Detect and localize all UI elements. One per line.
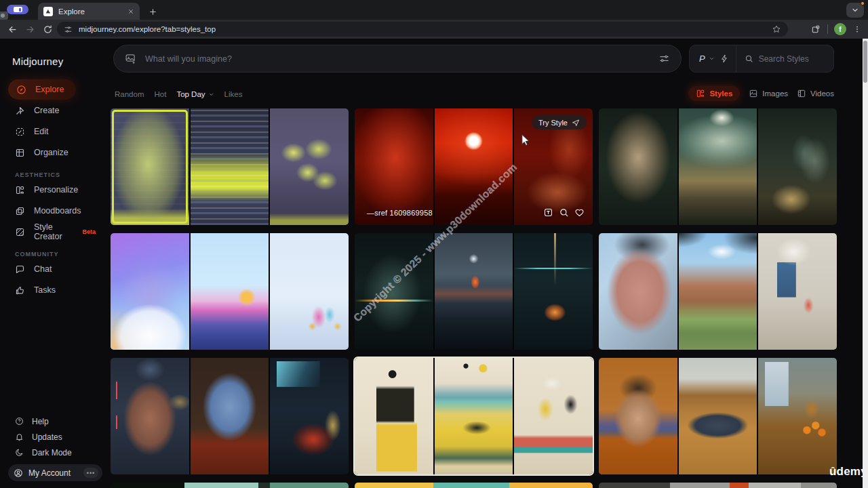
tab-strip: Explore [0,0,868,20]
style-image[interactable] [514,358,593,474]
style-image[interactable] [270,108,349,225]
style-image[interactable] [599,358,677,474]
style-image[interactable] [111,233,189,350]
sidebar-item-label: Tasks [34,285,56,295]
sidebar-item-updates[interactable]: Updates [8,429,102,445]
sort-likes[interactable]: Likes [224,90,243,98]
prompt-input[interactable]: What will you imagine? [113,45,682,73]
style-image[interactable] [355,358,433,474]
chat-bubble-icon [15,264,25,274]
style-image[interactable] [435,358,513,474]
style-tile-comic-book[interactable] [599,233,837,350]
style-image[interactable] [679,108,757,225]
browser-tab[interactable]: Explore [38,3,140,20]
sidebar-item-personalize[interactable]: Personalize [8,180,102,200]
zoom-style-icon[interactable] [559,207,569,218]
style-image[interactable] [191,358,269,474]
footer-item-label: Updates [32,432,62,442]
heart-icon [574,207,585,218]
view-styles[interactable]: Styles [688,86,740,101]
style-tile-partial[interactable] [599,483,837,488]
style-tile-red-monochrome[interactable]: Try Style—sref 1609869958 [355,108,593,225]
style-image[interactable] [355,108,433,225]
personalize-icon [15,185,25,195]
account-menu-icon[interactable]: ••• [83,468,98,478]
style-image[interactable] [679,358,757,474]
style-image[interactable] [758,358,837,474]
sidebar-item-moodboards[interactable]: Moodboards [8,201,102,221]
new-tab-button[interactable] [145,4,160,19]
style-image[interactable] [270,358,349,474]
browser-workspace-chip[interactable] [7,5,28,14]
style-image[interactable] [191,108,269,225]
url-bar[interactable]: midjourney.com/explore?tab=styles_top [57,22,788,37]
sidebar-item-organize[interactable]: Organize [8,142,102,163]
reload-icon[interactable] [39,21,56,37]
forward-icon[interactable] [22,21,38,37]
style-image[interactable] [111,358,189,474]
back-icon[interactable] [4,21,20,37]
style-image[interactable] [355,233,433,350]
style-image[interactable] [111,108,189,225]
use-style-icon[interactable] [543,207,553,218]
style-tile-flat-collage[interactable] [355,358,593,474]
footer-item-label: Dark Mode [32,448,72,458]
view-images[interactable]: Images [749,89,788,98]
styles-grid: Try Style—sref 1609869958 [111,108,837,488]
prompt-settings-icon[interactable] [658,53,670,64]
personalization-toggle[interactable]: P [690,54,736,64]
sort-hot[interactable]: Hot [154,90,166,98]
sidebar-item-chat[interactable]: Chat [8,259,102,279]
site-settings-icon[interactable] [64,25,73,34]
style-tile-partial[interactable] [355,483,593,488]
style-tile-glitch-art[interactable] [111,108,349,225]
style-image[interactable] [679,233,757,350]
style-image[interactable] [435,233,513,350]
extensions-icon[interactable] [808,22,823,36]
style-tile-cinematic-teal[interactable] [599,108,837,225]
style-image[interactable] [435,108,513,225]
style-search-input[interactable]: Search Styles [736,54,817,64]
style-tile-neon-noir[interactable] [355,233,593,350]
sidebar-item-explore[interactable]: Explore [8,79,76,100]
style-image[interactable] [191,233,269,350]
style-image[interactable] [599,233,677,350]
sidebar-item-label: Organize [34,148,68,157]
sidebar-item-tasks[interactable]: Tasks [8,280,102,300]
view-videos[interactable]: Videos [797,89,834,98]
bookmark-star-icon[interactable] [772,24,781,34]
workspace-icon [14,7,22,12]
browser-menu-icon[interactable] [850,22,864,36]
style-tile-cyberpunk-comic[interactable] [111,358,349,474]
style-tile-pastel-gradient[interactable] [111,233,349,350]
browser-profile-avatar[interactable]: f [834,23,846,35]
tab-close-icon[interactable] [127,8,134,15]
image-add-icon[interactable] [125,53,136,64]
chevron-down-icon[interactable] [709,56,715,62]
chrome-menu-chevron[interactable] [846,3,864,18]
my-account-button[interactable]: My Account ••• [8,464,102,481]
page-scrollbar[interactable] [863,39,868,488]
sidebar-item-style-creator[interactable]: Style Creator Beta [8,222,102,242]
like-style-icon[interactable] [574,207,585,218]
selection-outline [112,110,188,224]
lightning-icon[interactable] [720,54,729,63]
scrollbar-thumb[interactable] [863,41,867,83]
style-image[interactable] [599,108,677,225]
style-tile-partial[interactable] [111,483,349,488]
send-icon [572,119,580,127]
style-image[interactable] [758,233,837,350]
sidebar-item-edit[interactable]: Edit [8,121,102,142]
sort-random[interactable]: Random [115,90,144,98]
style-image[interactable] [514,233,593,350]
sort-top-day[interactable]: Top Day [176,90,214,98]
sidebar-item-create[interactable]: Create [8,100,102,121]
style-image [111,483,349,488]
sidebar-item-dark-mode[interactable]: Dark Mode [8,445,102,460]
search-icon [559,207,569,218]
style-image[interactable] [270,233,349,350]
style-tile-retro-film[interactable] [599,358,837,474]
sidebar-item-help[interactable]: Help [8,413,102,429]
style-image[interactable] [758,108,837,225]
try-style-button[interactable]: Try Style [532,115,587,129]
